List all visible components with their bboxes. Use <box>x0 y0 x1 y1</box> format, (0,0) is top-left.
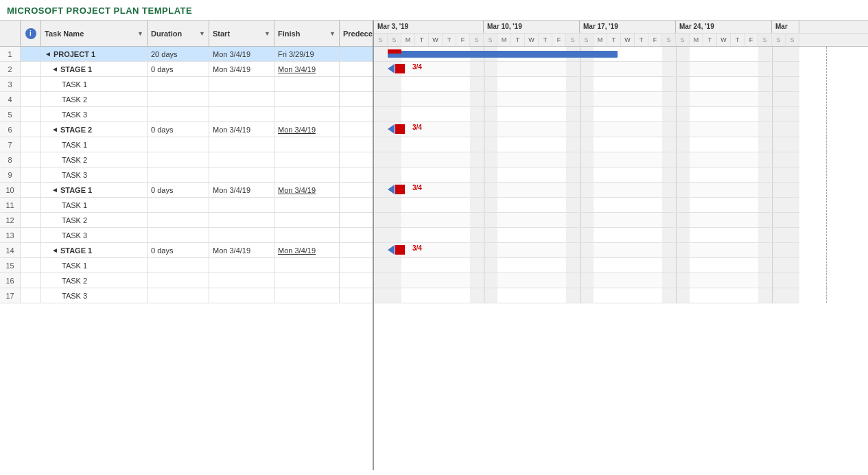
collapse-icon[interactable]: ◄ <box>51 65 58 73</box>
finish-cell[interactable]: Mon 3/4/19 <box>274 243 340 257</box>
duration-cell[interactable] <box>148 167 209 182</box>
duration-cell[interactable] <box>148 137 209 152</box>
finish-cell[interactable]: Mon 3/4/19 <box>274 62 340 76</box>
table-row[interactable]: 2◄ STAGE 10 daysMon 3/4/19Mon 3/4/19 <box>0 62 373 77</box>
task-name-cell[interactable]: TASK 1 <box>41 198 148 212</box>
finish-header[interactable]: Finish ▼ <box>274 21 340 46</box>
task-name-cell[interactable]: TASK 2 <box>41 152 148 167</box>
task-name-cell[interactable]: TASK 1 <box>41 77 148 91</box>
start-cell[interactable]: Mon 3/4/19 <box>209 183 274 197</box>
table-row[interactable]: 4TASK 2 <box>0 92 373 107</box>
predecessor-cell[interactable] <box>340 228 373 242</box>
predecessor-cell[interactable] <box>340 243 373 257</box>
predecessor-cell[interactable] <box>340 167 373 182</box>
table-row[interactable]: 5TASK 3 <box>0 107 373 122</box>
duration-cell[interactable]: 0 days <box>148 122 209 137</box>
finish-cell[interactable] <box>274 273 340 288</box>
task-name-cell[interactable]: TASK 3 <box>41 167 148 182</box>
task-name-cell[interactable]: TASK 3 <box>41 228 148 242</box>
start-cell[interactable] <box>209 107 274 121</box>
duration-cell[interactable]: 0 days <box>148 183 209 197</box>
finish-cell[interactable]: Fri 3/29/19 <box>274 47 340 61</box>
predecessor-cell[interactable] <box>340 47 373 61</box>
predecessor-cell[interactable] <box>340 288 373 303</box>
task-name-cell[interactable]: TASK 3 <box>41 107 148 121</box>
task-name-cell[interactable]: TASK 2 <box>41 92 148 106</box>
table-row[interactable]: 8TASK 2 <box>0 152 373 167</box>
duration-cell[interactable] <box>148 92 209 106</box>
finish-cell[interactable] <box>274 213 340 227</box>
predecessor-cell[interactable] <box>340 77 373 91</box>
table-row[interactable]: 13TASK 3 <box>0 228 373 243</box>
table-row[interactable]: 17TASK 3 <box>0 288 373 303</box>
table-row[interactable]: 10◄ STAGE 10 daysMon 3/4/19Mon 3/4/19 <box>0 183 373 198</box>
duration-cell[interactable] <box>148 288 209 303</box>
finish-cell[interactable]: Mon 3/4/19 <box>274 183 340 197</box>
start-cell[interactable]: Mon 3/4/19 <box>209 243 274 257</box>
predecessor-cell[interactable] <box>340 107 373 121</box>
task-name-header[interactable]: Task Name ▼ <box>41 21 148 46</box>
table-row[interactable]: 14◄ STAGE 10 daysMon 3/4/19Mon 3/4/19 <box>0 243 373 258</box>
predecessor-cell[interactable] <box>340 62 373 76</box>
collapse-icon[interactable]: ◄ <box>51 246 58 254</box>
duration-cell[interactable] <box>148 228 209 242</box>
finish-cell[interactable] <box>274 152 340 167</box>
start-cell[interactable] <box>209 213 274 227</box>
start-cell[interactable]: Mon 3/4/19 <box>209 122 274 137</box>
finish-cell[interactable] <box>274 92 340 106</box>
predecessor-cell[interactable] <box>340 273 373 288</box>
info-icon[interactable]: i <box>25 28 36 39</box>
duration-cell[interactable] <box>148 152 209 167</box>
finish-cell[interactable] <box>274 167 340 182</box>
predecessor-cell[interactable] <box>340 183 373 197</box>
start-cell[interactable] <box>209 92 274 106</box>
task-name-cell[interactable]: ◄ PROJECT 1 <box>41 47 148 61</box>
finish-cell[interactable] <box>274 288 340 303</box>
table-row[interactable]: 6◄ STAGE 20 daysMon 3/4/19Mon 3/4/19 <box>0 122 373 137</box>
start-header[interactable]: Start ▼ <box>209 21 274 46</box>
duration-cell[interactable] <box>148 77 209 91</box>
start-cell[interactable] <box>209 137 274 152</box>
finish-cell[interactable]: Mon 3/4/19 <box>274 122 340 137</box>
task-name-cell[interactable]: TASK 2 <box>41 273 148 288</box>
finish-cell[interactable] <box>274 77 340 91</box>
duration-cell[interactable] <box>148 273 209 288</box>
task-name-cell[interactable]: ◄ STAGE 1 <box>41 183 148 197</box>
start-cell[interactable] <box>209 198 274 212</box>
predecessor-header[interactable]: Predecessor <box>340 21 374 46</box>
predecessor-cell[interactable] <box>340 213 373 227</box>
task-name-cell[interactable]: TASK 1 <box>41 258 148 273</box>
finish-cell[interactable] <box>274 198 340 212</box>
predecessor-cell[interactable] <box>340 137 373 152</box>
finish-cell[interactable] <box>274 107 340 121</box>
table-row[interactable]: 16TASK 2 <box>0 273 373 288</box>
duration-cell[interactable] <box>148 198 209 212</box>
finish-cell[interactable] <box>274 137 340 152</box>
duration-header[interactable]: Duration ▼ <box>148 21 209 46</box>
start-cell[interactable]: Mon 3/4/19 <box>209 62 274 76</box>
task-name-cell[interactable]: ◄ STAGE 2 <box>41 122 148 137</box>
table-row[interactable]: 7TASK 1 <box>0 137 373 152</box>
task-name-cell[interactable]: TASK 3 <box>41 288 148 303</box>
table-row[interactable]: 3TASK 1 <box>0 77 373 92</box>
predecessor-cell[interactable] <box>340 92 373 106</box>
duration-cell[interactable]: 0 days <box>148 243 209 257</box>
duration-cell[interactable]: 20 days <box>148 47 209 61</box>
collapse-icon[interactable]: ◄ <box>45 50 51 58</box>
collapse-icon[interactable]: ◄ <box>51 186 58 194</box>
table-row[interactable]: 9TASK 3 <box>0 167 373 183</box>
table-row[interactable]: 11TASK 1 <box>0 198 373 213</box>
table-row[interactable]: 12TASK 2 <box>0 213 373 228</box>
start-cell[interactable] <box>209 152 274 167</box>
collapse-icon[interactable]: ◄ <box>51 126 58 133</box>
start-cell[interactable]: Mon 3/4/19 <box>209 47 274 61</box>
start-cell[interactable] <box>209 273 274 288</box>
start-cell[interactable] <box>209 167 274 182</box>
table-row[interactable]: 15TASK 1 <box>0 258 373 273</box>
task-name-cell[interactable]: TASK 2 <box>41 213 148 227</box>
duration-cell[interactable] <box>148 107 209 121</box>
predecessor-cell[interactable] <box>340 258 373 273</box>
task-name-cell[interactable]: ◄ STAGE 1 <box>41 62 148 76</box>
task-name-cell[interactable]: ◄ STAGE 1 <box>41 243 148 257</box>
start-cell[interactable] <box>209 258 274 273</box>
